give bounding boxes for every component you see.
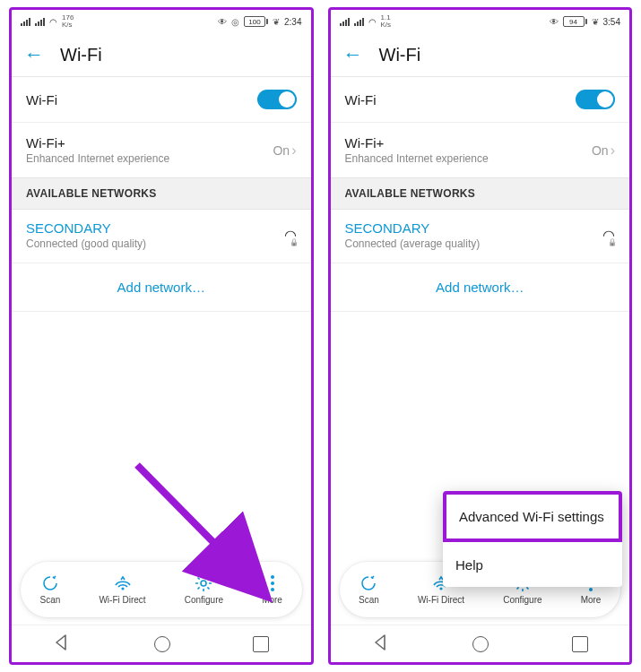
network-speed: 1.1K/s — [381, 14, 392, 29]
nav-home-icon[interactable] — [154, 636, 170, 652]
cell-signal-icon — [21, 17, 30, 26]
bottom-action-bar: Scan Wi-Fi Direct Configure More — [21, 562, 302, 617]
svg-line-9 — [198, 587, 200, 589]
add-network-button[interactable]: Add network… — [12, 263, 311, 312]
page-title: Wi-Fi — [379, 45, 421, 65]
add-network-button[interactable]: Add network… — [331, 263, 630, 312]
available-networks-header: AVAILABLE NETWORKS — [331, 177, 630, 210]
wifi-toggle[interactable] — [576, 90, 615, 109]
wifi-direct-button[interactable]: Wi-Fi Direct — [99, 574, 145, 605]
scan-button[interactable]: Scan — [359, 574, 379, 605]
svg-line-20 — [526, 587, 528, 589]
wifi-toggle[interactable] — [257, 90, 297, 109]
available-networks-header: AVAILABLE NETWORKS — [12, 177, 311, 210]
app-bar: ← Wi-Fi — [331, 33, 630, 76]
battery-icon: 100 — [244, 16, 268, 27]
status-bar: ◠ 1.1K/s 94 3:54 — [331, 10, 630, 33]
scan-icon — [359, 574, 377, 592]
clock: 2:34 — [284, 17, 301, 27]
gear-icon — [195, 574, 212, 592]
network-row[interactable]: SECONDARY Connected (average quality) ◠ — [331, 210, 630, 263]
page-title: Wi-Fi — [60, 45, 102, 65]
cell-signal-icon — [340, 17, 350, 26]
wifi-signal-icon — [354, 17, 364, 26]
svg-point-1 — [121, 587, 124, 590]
wifi-plus-value: On — [273, 143, 290, 158]
network-name: SECONDARY — [26, 220, 146, 236]
network-name: SECONDARY — [345, 220, 481, 236]
wifi-plus-label: Wi-Fi+ — [26, 135, 169, 151]
help-item[interactable]: Help — [443, 542, 622, 587]
wifi-secure-icon: ◠ — [602, 227, 615, 244]
wifi-secure-icon: ◠ — [284, 227, 297, 244]
svg-line-8 — [208, 587, 210, 589]
phone-screenshot-1: ◠ 176K/s 100 2:34 ← Wi-Fi Wi-Fi Wi-Fi+ E… — [9, 7, 314, 665]
more-button[interactable]: More — [262, 574, 282, 605]
android-nav-bar — [331, 625, 630, 662]
wifi-status-icon: ◠ — [368, 17, 377, 27]
network-status: Connected (average quality) — [345, 237, 481, 250]
phone-screenshot-2: ◠ 1.1K/s 94 3:54 ← Wi-Fi Wi-Fi Wi-Fi+ En… — [328, 7, 633, 665]
svg-line-10 — [208, 578, 210, 580]
wifi-label: Wi-Fi — [26, 92, 57, 108]
configure-button[interactable]: Configure — [185, 574, 223, 605]
eye-comfort-icon — [218, 17, 227, 27]
wifi-signal-icon — [35, 17, 45, 26]
nav-recent-icon[interactable] — [253, 636, 269, 652]
advanced-wifi-settings-item[interactable]: Advanced Wi-Fi settings — [443, 491, 622, 542]
location-icon — [231, 17, 239, 27]
wifi-direct-icon — [112, 574, 134, 592]
scan-icon — [41, 574, 59, 592]
more-icon — [271, 574, 274, 592]
wifi-plus-sub: Enhanced Internet experience — [26, 152, 169, 165]
svg-line-7 — [198, 578, 200, 580]
android-nav-bar — [12, 625, 311, 662]
power-save-icon — [273, 17, 280, 27]
nav-back-icon[interactable] — [372, 633, 390, 655]
nav-recent-icon[interactable] — [572, 636, 588, 652]
chevron-right-icon: › — [611, 142, 615, 159]
more-popup-menu: Advanced Wi-Fi settings Help — [443, 491, 622, 587]
scan-button[interactable]: Scan — [40, 574, 61, 605]
network-status: Connected (good quality) — [26, 237, 146, 250]
svg-line-21 — [516, 587, 518, 589]
wifi-plus-label: Wi-Fi+ — [345, 135, 489, 151]
chevron-right-icon: › — [291, 142, 296, 159]
status-bar: ◠ 176K/s 100 2:34 — [12, 10, 311, 33]
eye-comfort-icon — [550, 17, 559, 27]
wifi-toggle-row[interactable]: Wi-Fi — [331, 76, 630, 122]
battery-icon: 94 — [563, 16, 587, 27]
network-row[interactable]: SECONDARY Connected (good quality) ◠ — [12, 210, 311, 263]
nav-back-icon[interactable] — [53, 633, 71, 655]
app-bar: ← Wi-Fi — [12, 33, 311, 76]
wifi-plus-row[interactable]: Wi-Fi+ Enhanced Internet experience On › — [12, 122, 311, 177]
wifi-status-icon: ◠ — [49, 17, 57, 27]
wifi-plus-sub: Enhanced Internet experience — [345, 152, 489, 165]
svg-point-13 — [439, 587, 442, 590]
wifi-label: Wi-Fi — [345, 92, 377, 108]
clock: 3:54 — [603, 17, 620, 27]
back-icon[interactable]: ← — [343, 43, 363, 66]
nav-home-icon[interactable] — [472, 636, 489, 652]
network-speed: 176K/s — [62, 14, 74, 29]
wifi-plus-value: On — [592, 143, 609, 158]
wifi-plus-row[interactable]: Wi-Fi+ Enhanced Internet experience On › — [331, 122, 630, 177]
power-save-icon — [592, 17, 599, 27]
svg-point-2 — [201, 581, 206, 586]
wifi-toggle-row[interactable]: Wi-Fi — [12, 76, 311, 122]
back-icon[interactable]: ← — [24, 43, 44, 66]
